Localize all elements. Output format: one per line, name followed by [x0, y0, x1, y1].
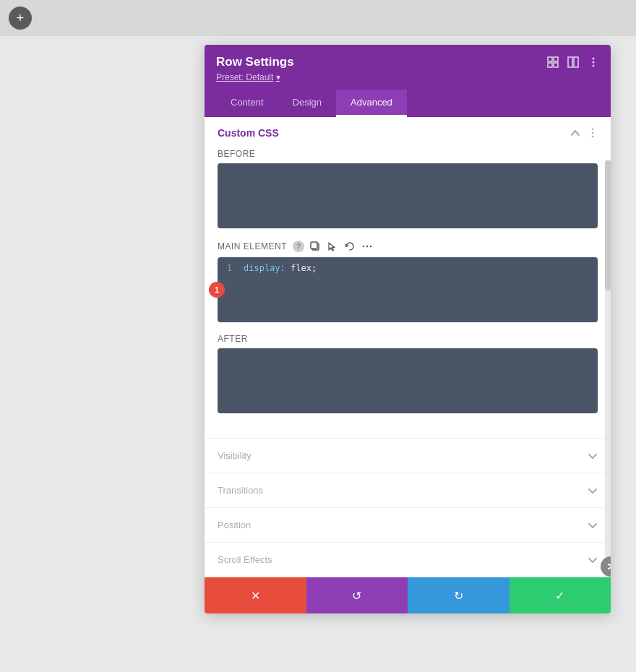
after-label: After	[218, 334, 598, 344]
svg-rect-5	[574, 57, 578, 67]
svg-rect-1	[554, 57, 558, 61]
position-label: Position	[218, 520, 251, 530]
main-element-editor[interactable]: 1 display: flex;	[218, 257, 598, 322]
undo-button[interactable]: ↺	[306, 577, 408, 613]
save-button[interactable]: ✓	[510, 577, 611, 613]
main-element-header: Main Element ?	[218, 240, 598, 253]
panel-title: Row Settings	[216, 55, 294, 69]
plus-icon: +	[17, 11, 25, 26]
svg-point-6	[593, 58, 595, 60]
tab-design[interactable]: Design	[278, 90, 336, 117]
row-settings-panel: Row Settings	[205, 45, 611, 613]
css-property: display:	[244, 263, 291, 273]
tab-advanced[interactable]: Advanced	[336, 90, 407, 117]
main-element-more-icon[interactable]	[361, 240, 374, 253]
scroll-effects-header[interactable]: Scroll Effects	[205, 543, 611, 577]
panel-body: Custom CSS Before	[205, 117, 611, 577]
tab-content[interactable]: Content	[216, 90, 278, 117]
scrollbar-track[interactable]	[605, 160, 611, 577]
position-section: Position	[205, 508, 611, 543]
svg-rect-0	[548, 57, 552, 61]
panel-preset: Preset: Default ▾	[216, 72, 599, 82]
more-vert-icon[interactable]	[588, 56, 599, 68]
transitions-label: Transitions	[218, 485, 263, 496]
visibility-label: Visibility	[218, 450, 252, 461]
bottom-bar: ✕ ↺ ↻ ✓	[205, 577, 611, 613]
svg-point-16	[366, 246, 369, 248]
section-header-icons	[570, 128, 598, 138]
svg-point-17	[370, 246, 372, 248]
panel-header: Row Settings	[205, 45, 611, 117]
svg-point-9	[592, 129, 594, 131]
svg-point-8	[593, 65, 595, 67]
svg-point-11	[592, 136, 594, 138]
after-editor[interactable]	[218, 348, 598, 413]
scroll-effects-section: Scroll Effects	[205, 543, 611, 577]
top-bar: +	[0, 0, 636, 36]
visibility-header[interactable]: Visibility	[205, 439, 611, 473]
svg-point-7	[593, 61, 595, 64]
svg-point-15	[363, 246, 365, 248]
help-icon[interactable]: ?	[293, 241, 304, 252]
svg-rect-4	[568, 57, 572, 67]
svg-marker-14	[329, 243, 335, 251]
custom-css-section: Custom CSS Before	[205, 117, 611, 439]
redo-button[interactable]: ↻	[408, 577, 510, 613]
copy-icon[interactable]	[309, 240, 322, 253]
custom-css-body: Before Main Element ?	[205, 149, 611, 438]
position-header[interactable]: Position	[205, 508, 611, 542]
svg-point-10	[592, 132, 594, 134]
expand-icon[interactable]	[547, 56, 559, 68]
scrollbar-thumb[interactable]	[605, 160, 611, 290]
position-chevron-icon	[588, 520, 598, 530]
collapse-icon[interactable]	[570, 128, 580, 138]
cursor-icon[interactable]	[326, 240, 339, 253]
cancel-button[interactable]: ✕	[205, 577, 306, 613]
before-editor[interactable]	[218, 163, 598, 228]
before-label: Before	[218, 149, 598, 159]
custom-css-section-header: Custom CSS	[205, 117, 611, 149]
main-element-icons: ?	[293, 240, 374, 253]
transitions-header[interactable]: Transitions	[205, 473, 611, 507]
section-more-icon[interactable]	[588, 128, 598, 138]
main-element-label: Main Element	[218, 241, 287, 251]
reset-icon[interactable]	[343, 240, 356, 253]
columns-icon[interactable]	[567, 56, 579, 68]
main-element-editor-wrapper: 1 1 display: flex;	[218, 257, 598, 322]
add-button[interactable]: +	[9, 7, 32, 30]
code-content: display: flex;	[238, 257, 598, 322]
visibility-chevron-icon	[588, 451, 598, 461]
panel-header-top: Row Settings	[216, 55, 599, 69]
svg-rect-2	[548, 63, 552, 67]
svg-rect-13	[311, 242, 317, 249]
custom-css-title: Custom CSS	[218, 127, 279, 139]
transitions-chevron-icon	[588, 486, 598, 496]
line-badge: 1	[209, 282, 225, 298]
transitions-section: Transitions	[205, 473, 611, 508]
svg-rect-3	[554, 63, 558, 67]
css-value: flex;	[291, 263, 317, 273]
panel-header-icons	[547, 56, 599, 68]
visibility-section: Visibility	[205, 439, 611, 473]
panel-tabs: Content Design Advanced	[216, 90, 599, 117]
scroll-effects-label: Scroll Effects	[218, 554, 272, 565]
scroll-effects-chevron-icon	[588, 555, 598, 565]
